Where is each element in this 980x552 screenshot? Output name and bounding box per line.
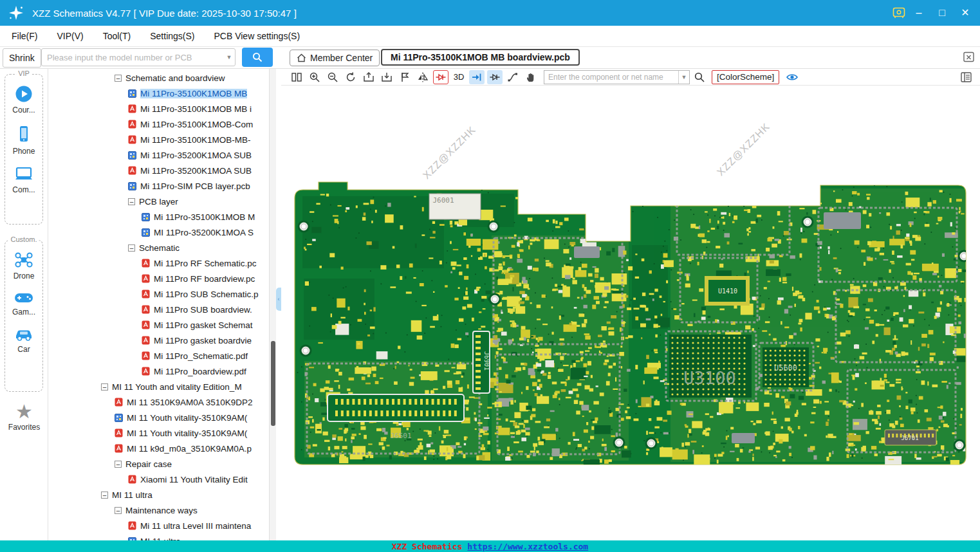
tree-expander-icon[interactable]: – [101,492,108,499]
zoom-in-icon[interactable] [307,70,322,84]
mirror-flip-icon[interactable] [415,70,430,84]
watermark: XZZ@XZZHKXZZ@XZZHK [421,121,772,181]
search-button[interactable] [242,48,273,67]
tree-item[interactable]: MI 11 Youth vitality-3510K9AM( [48,425,269,441]
tree-expander-icon[interactable]: – [115,507,122,514]
tree-item[interactable]: Mi 11Pro-35100K1MOB M [48,209,269,225]
trace-curve-icon[interactable] [505,70,521,84]
shrink-button[interactable]: Shrink [3,48,41,68]
sidebar-item-computer[interactable]: Com... [5,166,42,194]
status-website-link[interactable]: https://www.xzztools.com [467,542,588,551]
tree-item[interactable]: Mi 11Pro-35200K1MOA SUB [48,163,269,178]
tree-item[interactable]: MI 11 3510K9AM0A 3510K9DP2 [48,394,269,410]
chevron-down-icon[interactable]: ▼ [678,71,689,84]
vip-safe-icon[interactable] [892,7,905,19]
tree-item[interactable]: Mi 11Pro-35100K1MOB-Com [48,116,269,132]
menu-tool[interactable]: Tool(T) [103,31,131,41]
tree-item[interactable]: – Repair case [48,456,269,472]
close-button[interactable]: ✕ [956,4,975,22]
tree-item[interactable]: Mi 11Pro RF Schematic.pc [48,255,269,271]
split-view-icon[interactable] [289,70,304,84]
tree-item[interactable]: Mi 11Pro-35200K1MOA SUB [48,147,269,163]
sidebar-item-courses[interactable]: Cour... [5,85,42,115]
tree-item[interactable]: Mi 11 ultra Level III maintena [48,518,269,533]
jump-arrow-icon[interactable] [469,70,485,84]
menu-file[interactable]: File(F) [12,31,37,41]
tree-scrollbar-thumb[interactable] [271,341,275,426]
pcb-canvas[interactable]: XZZ@XZZHKXZZ@XZZHK [281,86,980,540]
computer-icon [14,166,33,183]
tree-item[interactable]: – MI 11 Youth and vitality Edition_M [48,379,269,394]
member-center-button[interactable]: Member Center [290,50,380,66]
3d-toggle[interactable]: 3D [451,70,467,84]
tree-item[interactable]: Mi 11Pro-35100K1MOB-MB- [48,132,269,147]
tree-item[interactable]: MI 11Pro-35200K1MOA S [48,225,269,240]
colorscheme-button[interactable]: [ColorScheme] [712,70,779,84]
sidebar-item-games[interactable]: Gam... [5,291,42,317]
tree-expander-icon[interactable]: – [115,461,122,468]
close-document-icon[interactable] [963,51,975,65]
tree-item[interactable]: Mi 11Pro RF boardview.pc [48,271,269,286]
zoom-out-icon[interactable] [325,70,340,84]
tree-item[interactable]: Mi 11Pro SUB boardview. [48,302,269,317]
sidebar-item-drone[interactable]: Drone [5,251,42,281]
sidebar-item-phone[interactable]: Phone [5,125,42,156]
tree-item[interactable]: Mi 11Pro gasket Schemat [48,317,269,333]
topbar: Shrink ▼ Member Center Mi 11Pro-35100K1M… [0,47,980,69]
tree-scrollbar[interactable] [269,69,276,540]
document-tab[interactable]: Mi 11Pro-35100K1MOB MB boardview.pcb [381,49,580,66]
tree-item[interactable]: MI 11 ultra [48,533,269,540]
menu-pcb-view-settings[interactable]: PCB View settings(S) [214,31,300,41]
chevron-down-icon[interactable]: ▼ [223,54,235,60]
tree-expander-icon[interactable]: – [115,75,122,82]
ic-u3100 [669,335,752,398]
tree-item[interactable]: Xiaomi 11 Youth Vitality Edit [48,472,269,487]
component-tool-icon[interactable] [487,70,503,84]
net-search-combo[interactable]: ▼ [544,70,690,84]
tree-item[interactable]: Mi 11Pro SUB Schematic.p [48,286,269,302]
tree-item[interactable]: – Maintenance ways [48,502,269,518]
tree-item-selected[interactable]: Mi 11Pro-35100K1MOB MB [48,86,269,101]
silkscreen-label: U5600 [774,363,797,373]
menu-settings[interactable]: Settings(S) [150,31,194,41]
tree-expander-icon[interactable]: – [101,383,108,391]
net-search-input[interactable] [544,73,678,82]
tree-item[interactable]: – PCB layer [48,194,269,209]
minimize-button[interactable]: – [909,4,929,22]
phone-icon [15,125,33,144]
statusbar: XZZ Schematics https://www.xzztools.com [0,540,980,552]
tree-item[interactable]: MI 11 k9d_m0a_3510K9AM0A.p [48,441,269,456]
tree-expander-icon[interactable]: – [128,244,135,252]
probe-icon[interactable] [397,70,412,84]
layer-panel-icon[interactable] [960,71,972,83]
pan-hand-icon[interactable] [523,70,539,84]
sidebar-item-favorites[interactable]: ★ Favorites [0,402,48,432]
tree-expander-icon[interactable]: – [128,198,135,205]
tree-item[interactable]: – MI 11 ultra [48,487,269,502]
model-search-input[interactable] [42,53,223,62]
tree-item[interactable]: Mi 11Pro-35100K1MOB MB i [48,101,269,116]
model-search-combo[interactable]: ▼ [41,48,236,66]
menu-vip[interactable]: VIP(V) [57,31,83,41]
search-icon[interactable] [694,71,705,83]
tree-item[interactable]: Mi 11Pro_boardview.pdf [48,363,269,379]
sidebar-item-car[interactable]: Car [5,327,42,354]
tree-item[interactable]: Mi 11Pro_Schematic.pdf [48,348,269,363]
pdf-file-icon [128,135,136,144]
tree-item[interactable]: – Schematic and boardview [48,70,269,86]
tree-item[interactable]: Mi 11Pro gasket boardvie [48,333,269,348]
tree-item[interactable]: MI 11 Youth vitality-3510K9AM( [48,410,269,425]
pcb-board: XZZ@XZZHKXZZ@XZZHK [281,86,980,540]
maximize-button[interactable]: □ [932,4,952,22]
visibility-eye-icon[interactable] [786,72,799,82]
tree-item[interactable]: – Schematic [48,240,269,255]
import-board-icon[interactable] [379,70,394,84]
panel-collapse-handle[interactable]: ‹ [276,288,281,311]
diode-tool-icon[interactable] [433,70,448,84]
tree-item[interactable]: Mi 11Pro-SIM PCB layer.pcb [48,178,269,194]
pdf-file-icon [142,336,150,345]
export-board-icon[interactable] [361,70,376,84]
file-tree: – Schematic and boardview Mi 11Pro-35100… [48,69,269,540]
rotate-view-icon[interactable] [343,70,358,84]
silkscreen-label: U1410 [718,288,737,295]
